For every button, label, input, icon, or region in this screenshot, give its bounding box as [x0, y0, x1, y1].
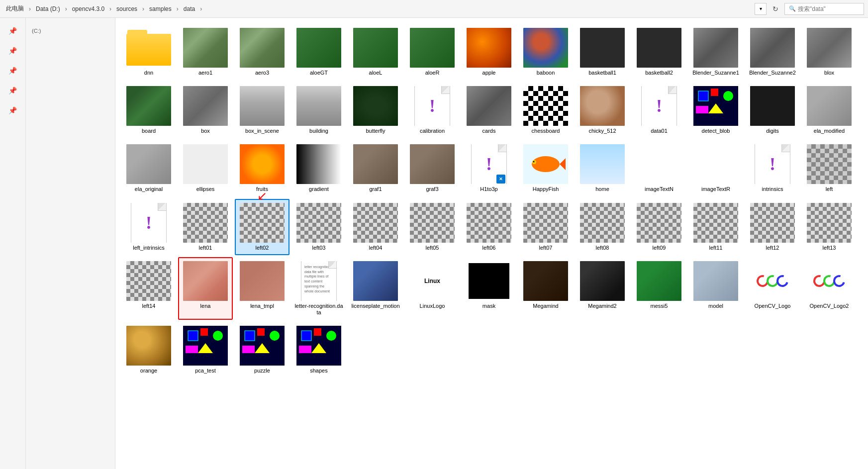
- dropdown-button[interactable]: ▾: [755, 3, 767, 15]
- file-thumb-left08: [580, 203, 625, 243]
- file-item-model[interactable]: model: [688, 257, 743, 320]
- file-item-intrinsics[interactable]: ! intrinsics: [745, 140, 800, 196]
- file-item-mask[interactable]: mask: [462, 257, 516, 320]
- pin-item-1[interactable]: 📌: [4, 22, 22, 40]
- file-item-graf1[interactable]: graf1: [348, 140, 403, 196]
- file-item-digits[interactable]: digits: [745, 82, 800, 138]
- file-item-data01[interactable]: ! data01: [632, 82, 686, 138]
- file-item-messi5[interactable]: messi5: [632, 257, 686, 320]
- file-thumb-basketball2: [637, 28, 681, 68]
- file-item-HappyFish[interactable]: HappyFish: [518, 140, 573, 196]
- file-name-mask: mask: [482, 303, 495, 309]
- file-item-OpenCV_Logo[interactable]: OpenCV_Logo: [745, 257, 800, 320]
- file-item-gradient[interactable]: gradient: [291, 140, 346, 196]
- file-item-ellipses[interactable]: ellipses: [178, 140, 233, 196]
- breadcrumb[interactable]: 此电脑 › Data (D:) › opencv4.3.0 › sources …: [4, 3, 753, 14]
- file-item-left01[interactable]: left01: [178, 199, 233, 255]
- file-item-left06[interactable]: left06: [462, 199, 516, 255]
- address-bar: 此电脑 › Data (D:) › opencv4.3.0 › sources …: [0, 0, 868, 18]
- file-name-aero1: aero1: [198, 70, 212, 76]
- file-item-H1to3p[interactable]: ! ✕ H1to3p: [462, 140, 516, 196]
- file-item-left05[interactable]: left05: [405, 199, 460, 255]
- file-thumb-left02: [240, 203, 285, 243]
- file-item-left13[interactable]: left13: [802, 199, 857, 255]
- refresh-button[interactable]: ↻: [770, 3, 781, 15]
- breadcrumb-samples[interactable]: samples: [147, 4, 174, 13]
- file-item-Megamind2[interactable]: Megamind2: [575, 257, 630, 320]
- file-item-box_in_scene[interactable]: box_in_scene: [235, 82, 289, 138]
- file-item-lena[interactable]: lena: [178, 257, 233, 320]
- file-item-left11[interactable]: left11: [688, 199, 743, 255]
- file-item-orange[interactable]: orange: [121, 322, 176, 378]
- file-item-calibration[interactable]: ! calibration: [405, 82, 460, 138]
- file-item-Megamind[interactable]: Megamind: [518, 257, 573, 320]
- file-item-OpenCV_Logo2[interactable]: OpenCV_Logo2: [802, 257, 857, 320]
- file-item-dnn[interactable]: dnn: [121, 24, 176, 80]
- breadcrumb-sources[interactable]: sources: [114, 4, 139, 13]
- file-item-basketball1[interactable]: basketball1: [575, 24, 630, 80]
- file-item-detect_blob[interactable]: detect_blob: [688, 82, 743, 138]
- search-input[interactable]: [798, 5, 858, 12]
- pin-item-4[interactable]: 📌: [4, 82, 22, 99]
- file-item-chicky_512[interactable]: chicky_512: [575, 82, 630, 138]
- file-item-home[interactable]: home: [575, 140, 630, 196]
- file-item-imageTextN[interactable]: imageTextN: [632, 140, 686, 196]
- pin-item-5[interactable]: 📌: [4, 101, 22, 119]
- file-thumb-left12: [750, 203, 795, 243]
- search-box[interactable]: 🔍: [784, 3, 864, 15]
- file-item-apple[interactable]: apple: [462, 24, 516, 80]
- file-item-left12[interactable]: left12: [745, 199, 800, 255]
- file-item-box[interactable]: box: [178, 82, 233, 138]
- file-item-Blender_Suzanne2[interactable]: Blender_Suzanne2: [745, 24, 800, 80]
- breadcrumb-drive[interactable]: Data (D:): [34, 4, 62, 13]
- file-item-aero1[interactable]: aero1: [178, 24, 233, 80]
- file-item-Blender_Suzanne1[interactable]: Blender_Suzanne1: [688, 24, 743, 80]
- file-thumb-pca_test: [183, 326, 228, 366]
- file-item-licenseplate_motion[interactable]: licenseplate_motion: [348, 257, 403, 320]
- file-item-left07[interactable]: left07: [518, 199, 573, 255]
- file-item-imageTextR[interactable]: imageTextR: [688, 140, 743, 196]
- file-item-ela_modified[interactable]: ela_modified: [802, 82, 857, 138]
- file-item-aloeGT[interactable]: aloeGT: [291, 24, 346, 80]
- file-item-left04[interactable]: left04: [348, 199, 403, 255]
- file-thumb-aloeGT: [296, 28, 341, 68]
- file-item-ela_original[interactable]: ela_original: [121, 140, 176, 196]
- file-name-chessboard: chessboard: [532, 128, 560, 134]
- file-item-puzzle[interactable]: puzzle: [235, 322, 289, 378]
- file-item-chessboard[interactable]: chessboard: [518, 82, 573, 138]
- file-item-left_intrinsics[interactable]: ! left_intrinsics: [121, 199, 176, 255]
- file-thumb-ela_original: [126, 144, 171, 184]
- breadcrumb-data[interactable]: data: [182, 4, 197, 13]
- file-item-shapes[interactable]: shapes: [291, 322, 346, 378]
- file-item-board[interactable]: board: [121, 82, 176, 138]
- file-item-lena_tmpl[interactable]: lena_tmpl: [235, 257, 289, 320]
- file-item-baboon[interactable]: baboon: [518, 24, 573, 80]
- breadcrumb-opencv[interactable]: opencv4.3.0: [70, 4, 106, 13]
- file-item-left09[interactable]: left09: [632, 199, 686, 255]
- file-item-graf3[interactable]: graf3: [405, 140, 460, 196]
- file-item-fruits[interactable]: fruits: [235, 140, 289, 196]
- file-item-butterfly[interactable]: butterfly: [348, 82, 403, 138]
- file-item-basketball2[interactable]: basketball2: [632, 24, 686, 80]
- file-item-pca_test[interactable]: pca_test: [178, 322, 233, 378]
- file-item-blox[interactable]: blox: [802, 24, 857, 80]
- file-name-messi5: messi5: [651, 303, 668, 309]
- file-item-aloeR[interactable]: aloeR: [405, 24, 460, 80]
- file-item-building[interactable]: building: [291, 82, 346, 138]
- file-item-left14[interactable]: left14: [121, 257, 176, 320]
- pin-item-2[interactable]: 📌: [4, 42, 22, 60]
- svg-rect-22: [299, 346, 311, 353]
- file-item-left02[interactable]: ↙left02: [235, 199, 289, 255]
- file-item-LinuxLogo[interactable]: LinuxLinuxLogo: [405, 257, 460, 320]
- file-item-left[interactable]: left: [802, 140, 857, 196]
- file-thumb-left_intrinsics: !: [126, 203, 171, 243]
- pin-item-3[interactable]: 📌: [4, 62, 22, 80]
- breadcrumb-pc[interactable]: 此电脑: [4, 3, 26, 14]
- file-item-aloeL[interactable]: aloeL: [348, 24, 403, 80]
- content-area[interactable]: dnnaero1aero3aloeGTaloeLaloeRapplebaboon…: [115, 18, 868, 469]
- file-item-aero3[interactable]: aero3: [235, 24, 289, 80]
- file-item-left08[interactable]: left08: [575, 199, 630, 255]
- file-item-left03[interactable]: left03: [291, 199, 346, 255]
- file-item-letter-recognition.data[interactable]: letter recognition data file with multip…: [291, 257, 346, 320]
- file-item-cards[interactable]: cards: [462, 82, 516, 138]
